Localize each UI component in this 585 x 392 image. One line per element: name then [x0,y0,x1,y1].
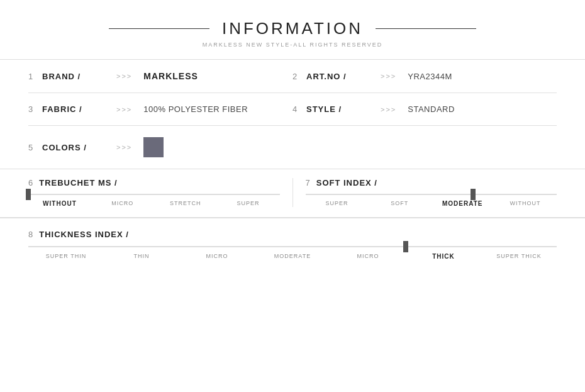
stretch-label-row: 6 TREBUCHET MS / [28,178,280,188]
artno-arrow: >>> [381,72,396,80]
stretch-panel: 6 TREBUCHET MS / WITHOUT MICRO STRETCH S… [28,178,293,207]
header-line-left [109,28,209,29]
thickness-label-2: MICRO [179,253,255,260]
thickness-header: 8 THICKNESS INDEX / [28,218,557,244]
stretch-label-2: STRETCH [154,200,217,207]
soft-label-2: MODERATE [431,200,494,207]
artno-value: YRA2344M [408,72,452,81]
soft-label-row: 7 SOFT INDEX / [306,178,557,188]
stretch-labels: WITHOUT MICRO STRETCH SUPER [28,200,280,207]
soft-track-container [306,193,557,196]
soft-title: SOFT INDEX / [316,178,377,188]
brand-arrow: >>> [116,72,132,80]
thickness-track [28,247,557,247]
header-subtitle: MARKLESS NEW STYLE-ALL RIGHTS RESERVED [203,42,383,48]
colors-label: COLORS / [42,143,105,152]
stretch-label-1: MICRO [91,200,154,207]
info-row-2: 3 FABRIC / >>> 100% POLYESTER FIBER 4 ST… [28,93,557,126]
soft-labels: SUPER SOFT MODERATE WITHOUT [306,200,557,207]
stretch-label-0: WITHOUT [28,200,91,207]
stretch-track-container [28,193,280,196]
brand-cell: 1 BRAND / >>> MARKLESS [28,71,292,81]
info-row-1: 1 BRAND / >>> MARKLESS 2 ART.NO / >>> YR… [28,60,557,93]
thickness-title: THICKNESS INDEX / [39,230,129,239]
stretch-label-3: SUPER [217,200,280,207]
brand-label: BRAND / [42,72,105,81]
fabric-arrow: >>> [116,106,132,113]
thickness-label-0: SUPER THIN [28,253,104,260]
thickness-label-4: MICRO [330,253,406,260]
soft-panel: 7 SOFT INDEX / SUPER SOFT MODERATE WITHO… [293,178,557,207]
soft-num: 7 [306,178,310,188]
thickness-thumb [403,241,408,252]
page-title: INFORMATION [222,19,363,38]
style-cell: 4 STYLE / >>> STANDARD [292,104,557,114]
thickness-section: 8 THICKNESS INDEX / SUPER THIN THIN MICR… [0,218,585,272]
colors-num: 5 [28,143,36,152]
thickness-track-container [28,244,557,249]
style-arrow: >>> [381,106,396,113]
thickness-num: 8 [28,230,33,239]
stretch-title: TREBUCHET MS / [39,178,118,188]
fabric-cell: 3 FABRIC / >>> 100% POLYESTER FIBER [28,104,292,114]
soft-label-0: SUPER [306,200,369,207]
brand-num: 1 [28,72,36,81]
soft-thumb [471,189,476,200]
artno-cell: 2 ART.NO / >>> YRA2344M [292,72,557,81]
color-swatch [143,137,164,157]
brand-value: MARKLESS [143,71,198,81]
stretch-track [28,194,280,195]
header-line-right [376,28,476,29]
index-section: 6 TREBUCHET MS / WITHOUT MICRO STRETCH S… [0,169,585,218]
header: INFORMATION MARKLESS NEW STYLE-ALL RIGHT… [0,0,585,59]
colors-cell: 5 COLORS / >>> [28,137,292,157]
stretch-num: 6 [28,178,33,188]
index-row: 6 TREBUCHET MS / WITHOUT MICRO STRETCH S… [28,169,557,217]
artno-label: ART.NO / [306,72,369,81]
header-title-row: INFORMATION [0,19,585,38]
soft-label-3: WITHOUT [494,200,557,207]
soft-label-1: SOFT [368,200,431,207]
info-row-3: 5 COLORS / >>> [28,126,557,169]
colors-arrow: >>> [116,143,132,151]
style-value: STANDARD [408,104,455,114]
thickness-label-1: THIN [104,253,179,260]
page: INFORMATION MARKLESS NEW STYLE-ALL RIGHT… [0,0,585,392]
thickness-labels: SUPER THIN THIN MICRO MODERATE MICRO THI… [28,253,557,260]
thickness-label-3: MODERATE [255,253,330,260]
fabric-num: 3 [28,104,36,114]
style-num: 4 [292,104,300,114]
thickness-label-5: THICK [406,253,481,260]
stretch-thumb [26,189,31,200]
style-label: STYLE / [306,104,369,114]
fabric-label: FABRIC / [42,104,105,114]
soft-track [306,194,557,195]
thickness-label-6: SUPER THICK [481,253,557,260]
artno-num: 2 [292,72,300,81]
fabric-value: 100% POLYESTER FIBER [143,104,248,114]
info-section: 1 BRAND / >>> MARKLESS 2 ART.NO / >>> YR… [0,60,585,169]
